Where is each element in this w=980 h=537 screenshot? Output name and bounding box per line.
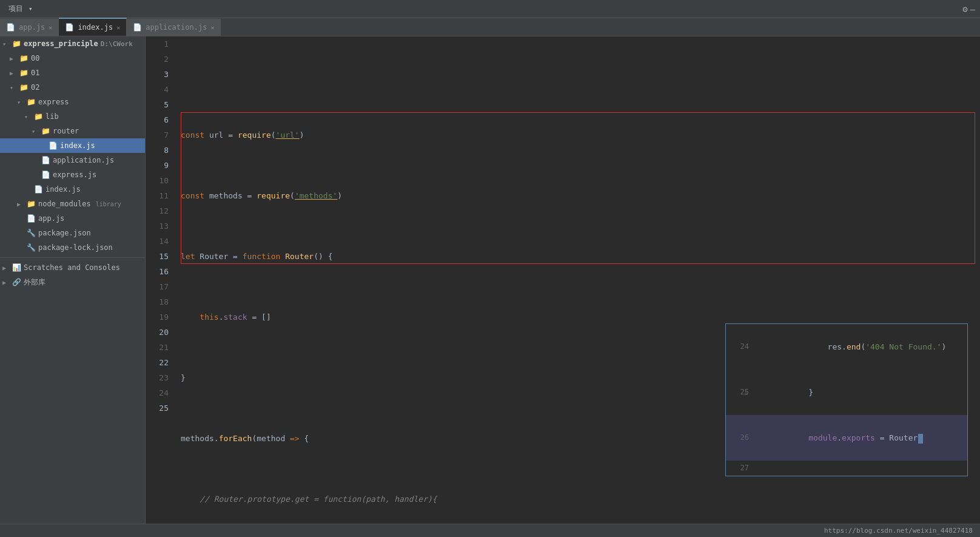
folder-00-arrow: ▶ [10, 55, 17, 62]
folder-express-label: express [38, 98, 69, 106]
ln-17: 17 [148, 279, 169, 294]
line-numbers: 1 2 3 4 5 6 7 8 9 10 11 12 13 14 15 16 1… [146, 36, 176, 537]
folder-node-modules-label: node_modules [38, 200, 91, 208]
file-app-js-label: app.js [38, 214, 64, 223]
ln-11: 11 [148, 188, 169, 203]
sidebar-item-lib[interactable]: ▾ 📁 lib [0, 109, 145, 124]
sidebar: ▾ 📁 express_principle D:\CWork ▶ 📁 00 ▶ … [0, 36, 146, 537]
tab-app-js[interactable]: 📄 app.js ✕ [0, 19, 59, 36]
folder-lib-label: lib [45, 112, 59, 121]
ln-22: 22 [148, 355, 169, 370]
title-controls: ⚙ — [962, 4, 975, 14]
tab-index-js[interactable]: 📄 index.js ✕ [59, 18, 127, 36]
pop-code-26: module.exports = Router [756, 415, 967, 461]
ln-13: 13 [148, 218, 169, 234]
ln-15: 15 [148, 249, 169, 264]
node-modules-badge: library [96, 201, 121, 208]
sidebar-item-express-js[interactable]: 📄 express.js [0, 167, 145, 182]
root-expand-arrow: ▾ [2, 41, 10, 47]
tab-index-js-icon: 📄 [65, 23, 74, 32]
folder-01-arrow: ▶ [10, 70, 17, 76]
ln-4: 4 [148, 82, 169, 97]
tab-index-js-close[interactable]: ✕ [116, 24, 120, 31]
pop-code-24: res.end('404 Not Found.') [756, 324, 967, 370]
file-lib-index-js-label: index.js [45, 185, 81, 194]
ln-23: 23 [148, 370, 169, 385]
file-index-js-label: index.js [60, 141, 95, 150]
sidebar-item-02[interactable]: ▾ 📁 02 [0, 80, 145, 95]
sidebar-item-express[interactable]: ▾ 📁 express [0, 95, 145, 109]
tab-bar: 📄 app.js ✕ 📄 index.js ✕ 📄 application.js… [0, 18, 980, 36]
file-index-js-icon: 📄 [49, 141, 58, 150]
title-dropdown[interactable]: 项目 ▾ [5, 2, 33, 15]
tab-app-js-label: app.js [19, 23, 45, 32]
tab-app-js-close[interactable]: ✕ [49, 24, 52, 31]
ln-14: 14 [148, 234, 169, 249]
sidebar-item-01[interactable]: ▶ 📁 01 [0, 66, 145, 80]
code-line-3: ▽ let Router = function Router() { [176, 249, 980, 264]
sidebar-item-00[interactable]: ▶ 📁 00 [0, 51, 145, 66]
pop-line-26: 26 module.exports = Router [726, 415, 967, 461]
ln-24: 24 [148, 385, 169, 400]
code-line-1: const url = require('url') [176, 127, 980, 143]
tab-app-js-icon: 📄 [6, 23, 15, 32]
pop-lnum-25: 25 △ [726, 385, 756, 400]
scratches-label: Scratches and Consoles [24, 263, 120, 272]
sidebar-item-application-js[interactable]: 📄 application.js [0, 153, 145, 167]
minimize-icon[interactable]: — [970, 4, 975, 14]
pop-lnum-24: 24 [726, 339, 756, 354]
status-url: https://blog.csdn.net/weixin_44827418 [824, 527, 973, 535]
folder-02-arrow: ▾ [10, 84, 17, 91]
code-line-4: this.stack = [] [176, 309, 980, 325]
folder-02-icon: 📁 [19, 83, 29, 92]
code-line-7: // Router.prototype.get = function(path,… [176, 491, 980, 507]
folder-00-icon: 📁 [19, 54, 29, 62]
status-bar: https://blog.csdn.net/weixin_44827418 [0, 524, 980, 537]
folder-express-icon: 📁 [27, 98, 36, 106]
title-dropdown-arrow: ▾ [29, 5, 33, 13]
sidebar-item-external[interactable]: ▶ 🔗 外部库 [0, 275, 145, 289]
title-bar: 项目 ▾ ⚙ — [0, 0, 980, 18]
file-package-lock-label: package-lock.json [38, 243, 113, 252]
main-layout: ▾ 📁 express_principle D:\CWork ▶ 📁 00 ▶ … [0, 36, 980, 537]
pop-code-25: } [756, 370, 967, 415]
folder-express-arrow: ▾ [17, 99, 24, 106]
ln-3: 3 [148, 67, 169, 82]
ln-10: 10 [148, 173, 169, 188]
folder-02-label: 02 [31, 83, 39, 92]
pop-line-27: 27 [726, 461, 967, 476]
pop-line-24: 24 res.end('404 Not Found.') [726, 324, 967, 370]
sidebar-item-app-js[interactable]: 📄 app.js [0, 211, 145, 226]
sidebar-item-router[interactable]: ▾ 📁 router [0, 124, 145, 138]
ln-25: 25 [148, 400, 169, 416]
sidebar-item-lib-index-js[interactable]: 📄 index.js [0, 182, 145, 197]
ln-9: 9 [148, 158, 169, 173]
pop-lnum-27: 27 [726, 461, 756, 476]
ln-5: 5 [148, 97, 169, 112]
file-package-lock-icon: 🔧 [27, 243, 36, 252]
sidebar-item-node-modules[interactable]: ▶ 📁 node_modules library [0, 197, 145, 211]
folder-router-label: router [53, 127, 79, 135]
file-application-js-icon: 📄 [41, 156, 50, 164]
tab-application-js-close[interactable]: ✕ [210, 24, 214, 31]
sidebar-item-package-json[interactable]: 🔧 package.json [0, 226, 145, 240]
settings-icon[interactable]: ⚙ [962, 4, 967, 14]
folder-node-modules-arrow: ▶ [17, 201, 24, 208]
tab-application-js-label: application.js [146, 23, 207, 32]
sidebar-root[interactable]: ▾ 📁 express_principle D:\CWork [0, 36, 145, 51]
file-package-json-icon: 🔧 [27, 229, 36, 237]
pop-line-25: 25 △ } [726, 370, 967, 415]
folder-01-label: 01 [31, 69, 39, 77]
ln-21: 21 [148, 340, 169, 355]
editor[interactable]: 1 2 3 4 5 6 7 8 9 10 11 12 13 14 15 16 1… [146, 36, 980, 537]
sidebar-item-index-js[interactable]: 📄 index.js [0, 138, 145, 153]
sidebar-item-scratches[interactable]: ▶ 📊 Scratches and Consoles [0, 260, 145, 275]
ln-18: 18 [148, 294, 169, 309]
ln-6: 6 [148, 112, 169, 127]
tab-application-js[interactable]: 📄 application.js ✕ [127, 19, 221, 36]
external-icon: 🔗 [12, 278, 21, 286]
root-path: D:\CWork [101, 40, 133, 48]
file-express-js-icon: 📄 [41, 171, 50, 179]
file-application-js-label: application.js [53, 156, 114, 164]
sidebar-item-package-lock-json[interactable]: 🔧 package-lock.json [0, 240, 145, 255]
